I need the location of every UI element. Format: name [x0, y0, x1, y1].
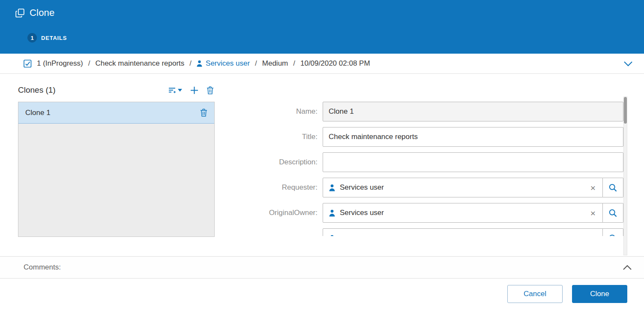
breadcrumb-record-title: Check maintenance reports — [95, 59, 184, 68]
breadcrumb-separator: / — [88, 59, 90, 68]
chevron-down-icon — [623, 61, 633, 67]
breadcrumb-user-link[interactable]: Services user — [197, 59, 250, 68]
wizard-steps: 1 DETAILS — [15, 33, 644, 42]
requester-input[interactable]: Services user × — [323, 178, 603, 197]
description-input[interactable] — [323, 152, 623, 172]
clone-details-section: Clones (1) — [0, 74, 644, 256]
breadcrumb-priority: Medium — [262, 59, 288, 68]
breadcrumb-expand-button[interactable] — [623, 61, 633, 67]
clear-icon[interactable]: × — [590, 183, 596, 192]
person-icon — [329, 184, 335, 191]
dialog-header: Clone 1 DETAILS — [0, 0, 644, 54]
form-rows: Name: Title: Description: Requester: — [232, 102, 623, 236]
original-owner-input[interactable]: Services user × — [323, 203, 603, 223]
requester-search-button[interactable] — [603, 178, 623, 197]
name-input[interactable] — [323, 102, 623, 121]
person-icon — [329, 209, 335, 217]
breadcrumb-separator: / — [189, 59, 192, 68]
breadcrumb-separator: / — [255, 59, 257, 68]
form-row-original-owner: OriginalOwner: Services user × — [232, 203, 623, 223]
breadcrumb-datetime: 10/09/2020 02:08 PM — [300, 59, 370, 68]
requester-value: Services user — [340, 183, 585, 192]
clones-panel-title: Clones (1) — [18, 85, 56, 95]
delete-item-button[interactable] — [200, 109, 207, 117]
chevron-up-icon — [623, 265, 632, 270]
title-label: Title: — [232, 127, 323, 147]
step-number-badge: 1 — [27, 33, 37, 42]
original-owner-search-button[interactable] — [603, 203, 623, 223]
clear-icon[interactable]: × — [590, 234, 596, 236]
clone-form: Name: Title: Description: Requester: — [232, 85, 623, 256]
requester-label: Requester: — [232, 178, 323, 197]
clear-icon[interactable]: × — [590, 209, 596, 218]
search-icon — [608, 209, 617, 218]
person-icon — [329, 235, 335, 236]
breadcrumb-separator: / — [293, 59, 295, 68]
clone-item-label: Clone 1 — [25, 109, 200, 117]
trash-icon — [200, 109, 207, 117]
description-label: Description: — [232, 152, 323, 172]
clipped-search-button[interactable] — [603, 228, 623, 236]
filter-lines-icon — [168, 87, 176, 94]
search-icon — [608, 183, 617, 192]
form-row-requester: Requester: Services user × — [232, 178, 623, 197]
clone-list-item-selected[interactable]: Clone 1 — [18, 102, 214, 124]
form-row-title: Title: — [232, 127, 623, 147]
comments-section: Comments: — [0, 256, 644, 279]
form-row-clipped: × — [232, 228, 623, 236]
clipped-label — [232, 228, 323, 236]
person-icon — [197, 60, 202, 67]
step-label: DETAILS — [41, 35, 67, 41]
clone-copy-icon — [15, 9, 24, 18]
clipped-person-input[interactable]: × — [323, 228, 603, 236]
clone-list: Clone 1 — [18, 102, 215, 237]
comments-collapse-button[interactable] — [623, 265, 632, 270]
original-owner-value: Services user — [340, 209, 585, 217]
form-row-name: Name: — [232, 102, 623, 121]
comments-label: Comments: — [24, 263, 61, 272]
title-input[interactable] — [323, 127, 623, 147]
filter-button[interactable] — [168, 87, 182, 94]
caret-down-icon — [178, 89, 182, 92]
clones-panel: Clones (1) — [18, 85, 215, 256]
clone-button[interactable]: Clone — [572, 285, 627, 303]
delete-clone-button[interactable] — [207, 86, 214, 94]
search-icon — [608, 234, 617, 236]
name-label: Name: — [232, 102, 323, 121]
dialog-footer: Cancel Clone — [0, 279, 644, 309]
breadcrumb-record-id: 1 (InProgress) — [37, 59, 83, 68]
form-row-description: Description: — [232, 152, 623, 172]
original-owner-label: OriginalOwner: — [232, 203, 323, 223]
dialog-title: Clone — [30, 7, 54, 18]
add-clone-button[interactable] — [190, 86, 198, 94]
clones-toolbar — [168, 85, 215, 94]
plus-icon — [190, 86, 198, 94]
scrollbar-thumb[interactable] — [624, 97, 627, 124]
cancel-button[interactable]: Cancel — [507, 285, 563, 303]
record-breadcrumb: 1 (InProgress) / Check maintenance repor… — [0, 54, 644, 74]
breadcrumb-user-label: Services user — [206, 59, 250, 68]
checkbox-icon — [24, 60, 32, 68]
form-scrollbar[interactable] — [623, 97, 627, 255]
trash-icon — [207, 86, 214, 94]
